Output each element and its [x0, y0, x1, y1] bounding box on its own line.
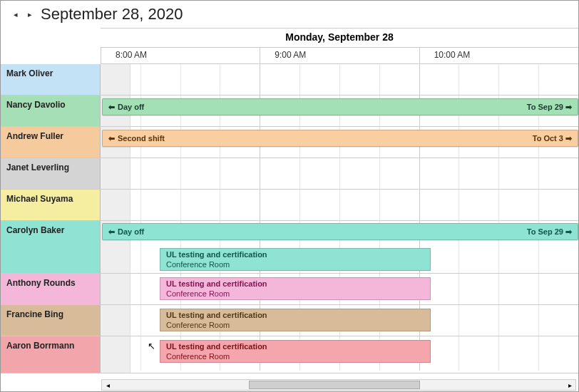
appointment-label: Day off: [118, 227, 144, 236]
resource-row[interactable]: Janet Leverling: [1, 158, 578, 190]
scroll-trough[interactable]: [113, 380, 564, 390]
cursor-icon: ↖: [148, 341, 155, 351]
resource-header[interactable]: Michael Suyama: [1, 190, 101, 220]
resource-row[interactable]: Michael Suyama: [1, 190, 578, 221]
appointment-location: Conference Room: [166, 352, 424, 362]
scroll-right-icon[interactable]: ▸: [564, 381, 575, 389]
appointment-ends: To Oct 3: [533, 134, 563, 143]
date-nav: ◂ ▸: [14, 10, 32, 19]
arrow-right-icon: ➡: [565, 103, 572, 111]
arrow-left-icon: ⬅: [108, 227, 115, 237]
appointment-label: Day off: [118, 103, 144, 111]
resource-header[interactable]: Mark Oliver: [1, 64, 101, 95]
appointment-block[interactable]: UL testing and certification Conference …: [160, 277, 431, 300]
resource-row[interactable]: Nancy Davolio ⬅ Day off To Sep 29 ➡: [1, 96, 578, 127]
scroll-thumb[interactable]: [249, 381, 420, 389]
prev-date-icon[interactable]: ◂: [14, 10, 18, 19]
resource-header[interactable]: Carolyn Baker: [1, 221, 101, 273]
appointment-ends: To Sep 29: [527, 103, 563, 111]
appointment-title: UL testing and certification: [166, 342, 424, 352]
arrow-right-icon: ➡: [565, 134, 572, 143]
next-date-icon[interactable]: ▸: [28, 10, 32, 19]
appointment-span[interactable]: ⬅ Day off To Sep 29 ➡: [102, 98, 578, 115]
resource-row[interactable]: Aaron Borrmann ↖ UL testing and certific…: [1, 336, 578, 373]
appointment-block[interactable]: UL testing and certification Conference …: [160, 248, 431, 271]
resource-header[interactable]: Aaron Borrmann: [1, 336, 101, 373]
arrow-left-icon: ⬅: [108, 103, 115, 112]
appointment-location: Conference Room: [166, 289, 424, 299]
resource-header[interactable]: Francine Bing: [1, 305, 101, 336]
resource-row[interactable]: Carolyn Baker ⬅ Day off To Sep 29 ➡ UL t…: [1, 221, 578, 274]
scheduler-grid[interactable]: Mark Oliver Nancy Davolio ⬅ Day off To S…: [1, 64, 578, 371]
resource-header[interactable]: Anthony Rounds: [1, 274, 101, 304]
time-slot: 9:00 AM: [260, 48, 419, 63]
appointment-title: UL testing and certification: [166, 311, 424, 321]
appointment-span[interactable]: ⬅ Day off To Sep 29 ➡: [102, 223, 578, 240]
resource-header[interactable]: Andrew Fuller: [1, 127, 101, 158]
resource-row[interactable]: Andrew Fuller ⬅ Second shift To Oct 3 ➡: [1, 127, 578, 158]
time-slot: 10:00 AM: [419, 48, 578, 63]
appointment-label: Second shift: [118, 134, 165, 143]
header-bar: ◂ ▸ September 28, 2020: [1, 1, 578, 28]
appointment-location: Conference Room: [166, 260, 424, 270]
appointment-block[interactable]: UL testing and certification Conference …: [160, 309, 431, 331]
horizontal-scrollbar[interactable]: ◂ ▸: [101, 379, 576, 391]
appointment-title: UL testing and certification: [166, 279, 424, 289]
appointment-block[interactable]: UL testing and certification Conference …: [160, 340, 431, 363]
appointment-location: Conference Room: [166, 321, 424, 331]
time-slot: 8:00 AM: [101, 48, 260, 63]
appointment-title: UL testing and certification: [166, 250, 424, 260]
resource-header[interactable]: Janet Leverling: [1, 158, 101, 189]
resource-row[interactable]: Francine Bing UL testing and certificati…: [1, 305, 578, 336]
current-date-title: September 28, 2020: [41, 5, 183, 24]
appointment-span[interactable]: ⬅ Second shift To Oct 3 ➡: [102, 130, 578, 147]
time-ruler: 8:00 AM 9:00 AM 10:00 AM: [101, 48, 578, 64]
resource-header[interactable]: Nancy Davolio: [1, 96, 101, 126]
appointment-ends: To Sep 29: [527, 227, 563, 236]
day-column-header: Monday, September 28: [101, 28, 578, 48]
arrow-left-icon: ⬅: [108, 134, 115, 143]
arrow-right-icon: ➡: [565, 227, 572, 236]
resource-row[interactable]: Mark Oliver: [1, 64, 578, 96]
resource-row[interactable]: Anthony Rounds UL testing and certificat…: [1, 274, 578, 305]
scroll-left-icon[interactable]: ◂: [102, 381, 113, 389]
